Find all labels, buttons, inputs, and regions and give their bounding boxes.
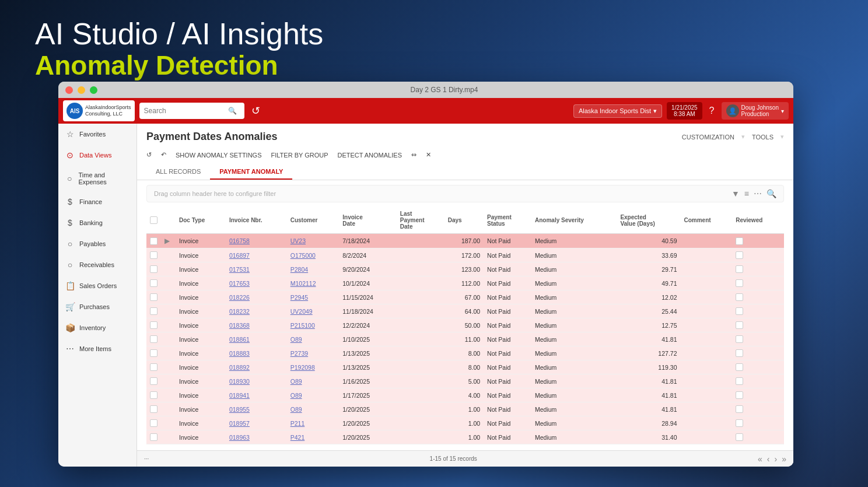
reviewed-checkbox[interactable] xyxy=(736,391,743,399)
undo-btn[interactable]: ↶ xyxy=(161,151,166,159)
tab-payment-anomaly[interactable]: PAYMENT ANOMALY xyxy=(210,164,292,180)
col-header-comment[interactable]: Comment xyxy=(680,207,732,234)
col-header-days[interactable]: Days xyxy=(444,207,484,234)
customer-link[interactable]: P2945 xyxy=(290,294,308,301)
reviewed-checkbox[interactable] xyxy=(736,265,743,273)
row-checkbox[interactable] xyxy=(150,335,158,343)
invoice-link[interactable]: 018963 xyxy=(229,434,250,441)
col-header-payment-status[interactable]: PaymentStatus xyxy=(484,207,531,234)
select-all-checkbox[interactable] xyxy=(150,216,158,224)
customer-link[interactable]: O89 xyxy=(290,336,302,343)
invoice-link[interactable]: 018930 xyxy=(229,378,250,385)
search-filter-icon[interactable]: 🔍 xyxy=(766,189,776,198)
row-checkbox[interactable] xyxy=(150,349,158,357)
first-page-btn[interactable]: « xyxy=(758,454,762,464)
reviewed-checkbox[interactable] xyxy=(736,405,743,413)
sidebar-item-payables[interactable]: ○ Payables xyxy=(58,233,136,254)
customer-link[interactable]: O89 xyxy=(290,406,302,413)
mac-minimize-btn[interactable] xyxy=(78,86,85,94)
col-header-last-payment-date[interactable]: LastPaymentDate xyxy=(397,207,444,234)
mac-maximize-btn[interactable] xyxy=(90,86,97,94)
row-checkbox[interactable] xyxy=(150,363,158,371)
sidebar-item-banking[interactable]: $ Banking xyxy=(58,212,136,233)
sidebar-item-sales-orders[interactable]: 📋 Sales Orders xyxy=(58,275,136,296)
logo[interactable]: AIS AlaskaIndoorSports Consulting, LLC xyxy=(63,100,135,121)
customer-link[interactable]: P2739 xyxy=(290,350,308,357)
help-icon[interactable]: ? xyxy=(707,103,717,118)
reviewed-checkbox[interactable] xyxy=(736,307,743,315)
tab-all-records[interactable]: ALL RECORDS xyxy=(146,164,210,180)
col-header-invoice-date[interactable]: InvoiceDate xyxy=(339,207,397,234)
sidebar-item-favorites[interactable]: ☆ Favorites xyxy=(58,124,136,145)
date-selector[interactable]: 1/21/2025 8:38 AM xyxy=(667,102,702,120)
invoice-link[interactable]: 018941 xyxy=(229,392,250,399)
sidebar-item-finance[interactable]: $ Finance xyxy=(58,191,136,212)
invoice-link[interactable]: 017531 xyxy=(229,266,250,273)
customer-link[interactable]: O89 xyxy=(290,392,302,399)
sidebar-item-data-views[interactable]: ⊙ Data Views xyxy=(58,145,136,166)
row-checkbox[interactable] xyxy=(150,251,158,259)
col-header-anomaly-severity[interactable]: Anomaly Severity xyxy=(531,207,617,234)
sidebar-item-time-expenses[interactable]: ○ Time and Expenses xyxy=(58,166,136,191)
columns-icon[interactable]: ≡ xyxy=(744,189,749,198)
invoice-link[interactable]: 018861 xyxy=(229,336,250,343)
reviewed-checkbox[interactable] xyxy=(736,279,743,287)
row-checkbox[interactable] xyxy=(150,405,158,413)
invoice-link[interactable]: 017653 xyxy=(229,280,250,287)
reviewed-checkbox[interactable] xyxy=(736,237,743,245)
invoice-link[interactable]: 016758 xyxy=(229,237,250,244)
invoice-link[interactable]: 018955 xyxy=(229,406,250,413)
reviewed-checkbox[interactable] xyxy=(736,293,743,301)
invoice-link[interactable]: 016897 xyxy=(229,252,250,259)
row-checkbox[interactable] xyxy=(150,307,158,315)
sidebar-item-more-items[interactable]: ⋯ More Items xyxy=(58,338,136,359)
tools-btn[interactable]: TOOLS xyxy=(752,134,774,141)
more-options-icon[interactable]: ⋯ xyxy=(754,189,762,198)
row-checkbox[interactable] xyxy=(150,265,158,273)
invoice-link[interactable]: 018232 xyxy=(229,308,250,315)
col-header-doc-type[interactable]: Doc Type xyxy=(176,207,226,234)
customer-link[interactable]: O89 xyxy=(290,378,302,385)
fit-columns-icon[interactable]: ⇔ xyxy=(411,151,416,159)
customer-link[interactable]: O175000 xyxy=(290,252,316,259)
filter-icon[interactable]: ▼ xyxy=(732,189,740,198)
reviewed-checkbox[interactable] xyxy=(736,363,743,371)
reviewed-checkbox[interactable] xyxy=(736,349,743,357)
col-header-customer[interactable]: Customer xyxy=(287,207,340,234)
customer-link[interactable]: P215100 xyxy=(290,322,315,329)
customer-link[interactable]: UV23 xyxy=(290,237,306,244)
next-page-btn[interactable]: › xyxy=(775,454,778,464)
customer-link[interactable]: P192098 xyxy=(290,364,315,371)
export-icon[interactable]: ✕ xyxy=(426,151,431,159)
customer-link[interactable]: P211 xyxy=(290,420,305,427)
customer-link[interactable]: M102112 xyxy=(290,280,316,287)
expand-icon[interactable]: ▶ xyxy=(164,237,170,245)
user-area[interactable]: 👤 Doug Johnson Production ▾ xyxy=(722,102,789,120)
row-checkbox[interactable] xyxy=(150,433,158,441)
company-selector[interactable]: Alaska Indoor Sports Dist ▾ xyxy=(573,104,662,118)
filter-by-group-btn[interactable]: FILTER BY GROUP xyxy=(271,152,328,159)
row-checkbox[interactable] xyxy=(150,237,158,245)
sidebar-item-receivables[interactable]: ○ Receivables xyxy=(58,254,136,275)
sidebar-item-purchases[interactable]: 🛒 Purchases xyxy=(58,296,136,317)
col-header-reviewed[interactable]: Reviewed xyxy=(732,207,784,234)
refresh-btn[interactable]: ↺ xyxy=(146,151,152,159)
row-checkbox[interactable] xyxy=(150,419,158,427)
refresh-nav-icon[interactable]: ↺ xyxy=(249,102,262,120)
reviewed-checkbox[interactable] xyxy=(736,419,743,427)
col-header-invoice-nbr[interactable]: Invoice Nbr. xyxy=(226,207,287,234)
row-checkbox[interactable] xyxy=(150,321,158,329)
reviewed-checkbox[interactable] xyxy=(736,321,743,329)
reviewed-checkbox[interactable] xyxy=(736,335,743,343)
reviewed-checkbox[interactable] xyxy=(736,377,743,385)
row-checkbox[interactable] xyxy=(150,293,158,301)
invoice-link[interactable]: 018957 xyxy=(229,420,250,427)
search-bar[interactable]: 🔍 xyxy=(139,103,244,119)
invoice-link[interactable]: 018226 xyxy=(229,294,250,301)
customer-link[interactable]: UV2049 xyxy=(290,308,313,315)
row-checkbox[interactable] xyxy=(150,279,158,287)
reviewed-checkbox[interactable] xyxy=(736,251,743,259)
invoice-link[interactable]: 018368 xyxy=(229,322,250,329)
customization-btn[interactable]: CUSTOMIZATION xyxy=(682,134,734,141)
row-checkbox[interactable] xyxy=(150,377,158,385)
